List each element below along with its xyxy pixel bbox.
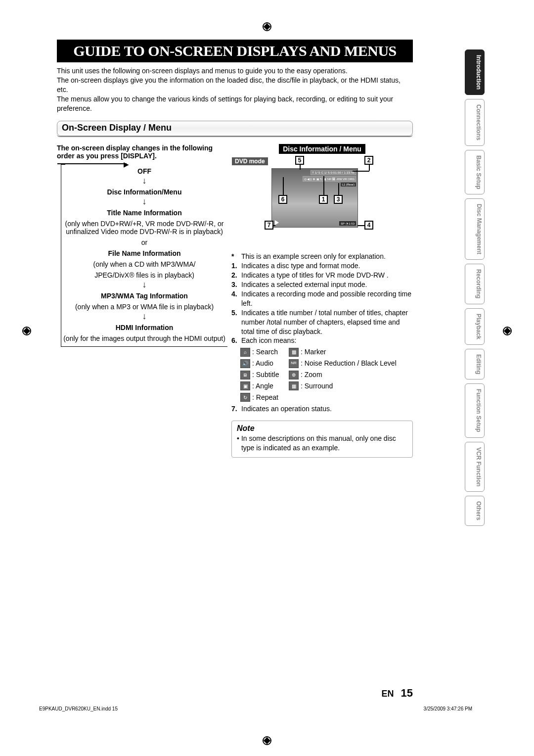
flow-title-note: (only when DVD+RW/+R, VR mode DVD-RW/-R,… xyxy=(61,220,227,236)
page-number: EN15 xyxy=(382,687,413,700)
icon-label: : Angle xyxy=(252,381,287,391)
zoom-icon: ⊕ xyxy=(289,371,299,379)
right-column: Disc Information / Menu DVD mode T 1/ 5 … xyxy=(231,144,413,458)
icon-label: : Noise Reduction / Black Level xyxy=(301,359,397,368)
note-box: Note • In some descriptions on this manu… xyxy=(231,421,413,458)
flow-or: or xyxy=(61,238,227,246)
nr-icon: NR xyxy=(289,359,299,368)
callout-line xyxy=(283,177,284,195)
callout-line xyxy=(357,225,364,226)
arrow-down-icon: ↓ xyxy=(61,197,227,206)
icon-label: : Zoom xyxy=(301,370,322,379)
tab-editing: Editing xyxy=(465,349,485,380)
osd-bar-record: SP ◔ 1:53 xyxy=(339,221,356,226)
tab-basic-setup: Basic Setup xyxy=(465,150,485,195)
tab-introduction: Introduction xyxy=(465,49,485,95)
flow-disc-info: Disc Information/Menu xyxy=(61,188,227,196)
left-column: The on-screen display changes in the fol… xyxy=(57,144,227,458)
tab-recording: Recording xyxy=(465,264,485,304)
repeat-icon: ↻ xyxy=(240,393,250,402)
audio-icon: 🔊 xyxy=(240,359,250,368)
icon-label: : Subtitle xyxy=(252,370,287,379)
flow-title-name: Title Name Information xyxy=(61,209,227,217)
crop-mark-icon xyxy=(22,327,31,335)
callout-2: 2 xyxy=(364,156,373,165)
callout-5: 5 xyxy=(295,156,304,165)
callout-line xyxy=(273,225,275,226)
diagram-header: Disc Information / Menu xyxy=(279,144,365,154)
callout-line xyxy=(338,183,339,195)
arrow-right-icon: ▶ xyxy=(124,160,129,168)
crop-mark-icon xyxy=(503,327,512,335)
note-title: Note xyxy=(237,424,407,433)
osd-bar-icons: ◎ ◀)) 🗉 ▣ ↻ ▦ NR 🖽 -RW VR ORG xyxy=(303,176,356,182)
icon-label: : Repeat xyxy=(252,393,278,402)
marker-icon: ▩ xyxy=(289,348,299,357)
diagram-area: DVD mode T 1/ 5 C 1/ 5 0:01:00 / 1:23:45… xyxy=(231,156,413,250)
tab-vcr-function: VCR Function xyxy=(465,442,485,492)
flow-file-note: (only when a CD with MP3/WMA/ xyxy=(61,260,227,268)
osd-bar-input: L1 (Rear) xyxy=(341,183,356,187)
callout-line xyxy=(300,165,301,170)
flow-file-note: JPEG/DivX® files is in playback) xyxy=(61,271,227,279)
icon-label: : Surround xyxy=(301,381,333,391)
explain-list: *This is an example screen only for expl… xyxy=(231,252,413,413)
bullet-icon: • xyxy=(237,434,239,453)
mode-tag: DVD mode xyxy=(232,157,268,165)
tab-others: Others xyxy=(465,496,485,526)
callout-6: 6 xyxy=(278,195,287,204)
callout-4: 4 xyxy=(364,221,373,230)
osd-bar-top: T 1/ 5 C 1/ 5 0:01:00 / 1:23:45 xyxy=(311,170,356,175)
side-tabs: Introduction Connections Basic Setup Dis… xyxy=(465,49,485,526)
explain-item: Indicates a title number / total number … xyxy=(241,308,413,336)
subtitle-icon: 🗉 xyxy=(240,371,250,379)
surround-icon: ▦ xyxy=(289,381,299,390)
intro-line: This unit uses the following on-screen d… xyxy=(57,66,413,76)
tab-function-setup: Function Setup xyxy=(465,383,485,437)
flow-hdmi: HDMI Information xyxy=(61,324,227,331)
icon-label: : Marker xyxy=(301,347,326,357)
icon-label: : Search xyxy=(252,347,287,357)
search-icon: ⌕ xyxy=(240,348,250,357)
angle-icon: ▣ xyxy=(240,381,250,390)
flow-file-name: File Name Information xyxy=(61,249,227,257)
footer-right: 3/25/2009 3:47:26 PM xyxy=(424,706,472,711)
arrow-down-icon: ↓ xyxy=(61,176,227,185)
crop-mark-icon xyxy=(263,736,271,745)
explain-item: Indicates a recording mode and possible … xyxy=(241,289,413,308)
note-body: In some descriptions on this manual, onl… xyxy=(241,434,407,453)
page-body: GUIDE TO ON-SCREEN DISPLAYS AND MENUS Th… xyxy=(57,40,413,712)
callout-line xyxy=(323,176,324,195)
icon-label: : Audio xyxy=(252,359,287,368)
callout-line xyxy=(353,171,369,172)
explain-item: Indicates a disc type and format mode. xyxy=(241,261,360,271)
arrow-down-icon: ↓ xyxy=(61,312,227,321)
explain-item: Each icon means: xyxy=(241,336,296,345)
flow-lead: The on-screen display changes in the fol… xyxy=(57,144,227,160)
play-icon xyxy=(275,220,279,225)
intro-paragraph: This unit uses the following on-screen d… xyxy=(57,66,413,113)
explain-item: Indicates an operation status. xyxy=(241,404,332,414)
page-title: GUIDE TO ON-SCREEN DISPLAYS AND MENUS xyxy=(57,40,413,62)
icon-table: ⌕ : Search ▩ : Marker 🔊 : Audio NR : Noi… xyxy=(240,347,413,402)
flow-mp3: MP3/WMA Tag Information xyxy=(61,292,227,300)
display-flow: ▶ OFF ↓ Disc Information/Menu ↓ Title Na… xyxy=(61,164,227,347)
callout-7: 7 xyxy=(265,221,273,230)
arrow-down-icon: ↓ xyxy=(61,280,227,289)
page-lang: EN xyxy=(382,689,394,699)
tab-playback: Playback xyxy=(465,308,485,345)
tab-disc-management: Disc Management xyxy=(465,198,485,260)
section-header: On-Screen Display / Menu xyxy=(57,121,413,137)
flow-off: OFF xyxy=(61,167,227,175)
page-no: 15 xyxy=(401,687,413,699)
footer-left: E9PKAUD_DVR620KU_EN.indd 15 xyxy=(39,706,118,711)
callout-line xyxy=(369,165,370,171)
intro-line: The on-screen displays give you the info… xyxy=(57,76,413,94)
flow-mp3-note: (only when a MP3 or WMA file is in playb… xyxy=(61,303,227,311)
explain-item: Indicates a type of titles for VR mode D… xyxy=(241,271,389,280)
callout-1: 1 xyxy=(319,195,328,204)
intro-line: The menus allow you to change the variou… xyxy=(57,94,413,113)
tab-connections: Connections xyxy=(465,99,485,146)
flow-hdmi-note: (only for the images output through the … xyxy=(61,334,227,342)
star-note: This is an example screen only for expla… xyxy=(241,252,386,261)
